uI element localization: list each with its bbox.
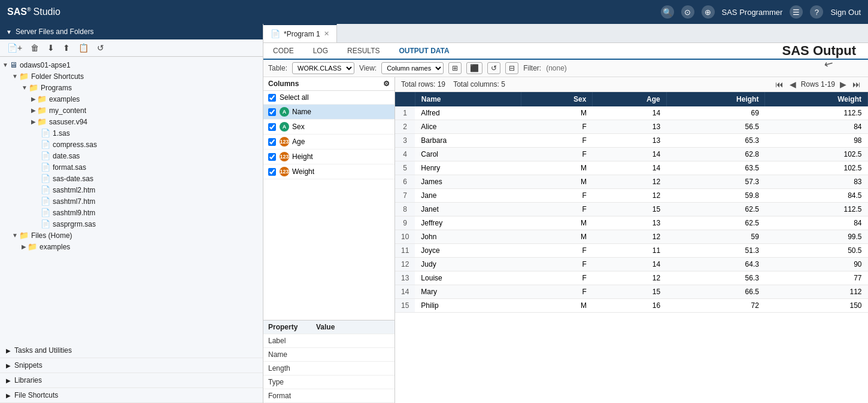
height-cell: 59 xyxy=(666,230,765,244)
tab-code[interactable]: CODE xyxy=(263,43,304,60)
name-cell: James xyxy=(415,175,521,189)
weight-header[interactable]: Weight xyxy=(765,92,868,106)
weight-cell: 84 xyxy=(765,216,868,230)
weight-cell: 50.5 xyxy=(765,244,868,258)
tree-item-compress[interactable]: 📄 compress.sas xyxy=(0,139,263,150)
select-all-checkbox[interactable] xyxy=(268,94,276,102)
signout-link[interactable]: Sign Out xyxy=(830,8,861,17)
height-checkbox[interactable] xyxy=(268,153,276,161)
tree-item-home-examples[interactable]: ▶ 📁 examples xyxy=(0,241,263,252)
col-item-weight[interactable]: 123 Weight xyxy=(263,164,394,179)
name-checkbox[interactable] xyxy=(268,108,276,116)
table-select[interactable]: WORK.CLASS xyxy=(292,62,354,74)
row-number: 6 xyxy=(395,175,415,189)
total-rows: Total rows: 19 xyxy=(401,80,445,88)
user-menu[interactable]: SAS Programmer xyxy=(722,8,783,17)
upload-button[interactable]: ⬆ xyxy=(60,42,72,54)
tree-item-sashtml9[interactable]: 📄 sashtml9.htm xyxy=(0,207,263,218)
file-shortcuts-label: File Shortcuts xyxy=(14,391,58,399)
tree-item-root[interactable]: ▼ 🖥 odaws01-apse1 xyxy=(0,59,263,71)
col-item-height[interactable]: 123 Height xyxy=(263,149,394,164)
sex-cell: F xyxy=(521,134,593,148)
age-checkbox[interactable] xyxy=(268,138,276,146)
sex-header[interactable]: Sex xyxy=(521,92,593,106)
next-page-button[interactable]: ▶ xyxy=(839,80,848,89)
label-value xyxy=(311,334,394,348)
table-row: 4 Carol F 14 62.8 102.5 xyxy=(395,148,868,161)
rows-range: Rows 1-19 xyxy=(801,80,835,88)
tab-close-button[interactable]: ✕ xyxy=(324,30,329,38)
height-cell: 69 xyxy=(666,106,765,120)
columns-settings-icon[interactable]: ⚙ xyxy=(383,80,390,88)
delete-button[interactable]: 🗑 xyxy=(28,42,41,54)
columns-panel: Columns ⚙ Select all A Name xyxy=(263,77,395,403)
search-icon[interactable]: 🔍 xyxy=(661,5,674,19)
sex-checkbox[interactable] xyxy=(268,123,276,131)
col-item-select-all[interactable]: Select all xyxy=(263,91,394,105)
weight-checkbox[interactable] xyxy=(268,168,276,176)
folder-shortcuts-label: Folder Shortcuts xyxy=(31,72,84,81)
download-button[interactable]: ⬇ xyxy=(45,42,57,54)
tab-output-data[interactable]: OUTPUT DATA xyxy=(389,43,459,60)
property-type-row: Type xyxy=(263,375,394,389)
tree-item-date[interactable]: 📄 date.sas xyxy=(0,150,263,161)
tree-item-programs[interactable]: ▼ 📁 Programs xyxy=(0,82,263,93)
name-header[interactable]: Name xyxy=(415,92,521,106)
height-header[interactable]: Height xyxy=(666,92,765,106)
view-label: View: xyxy=(359,64,377,72)
tree-item-files-home[interactable]: ▼ 📁 Files (Home) xyxy=(0,230,263,241)
prev-page-button[interactable]: ◀ xyxy=(788,80,797,89)
program1-tab[interactable]: 📄 *Program 1 ✕ xyxy=(263,24,337,42)
sasdate-file-icon: 📄 xyxy=(41,174,50,183)
tree-item-my-content[interactable]: ▶ 📁 my_content xyxy=(0,105,263,116)
last-page-button[interactable]: ⏭ xyxy=(851,80,862,89)
tree-item-sasuser[interactable]: ▶ 📁 sasuser.v94 xyxy=(0,116,263,127)
tree-item-examples[interactable]: ▶ 📁 examples xyxy=(0,93,263,105)
col-item-sex[interactable]: A Sex xyxy=(263,120,394,135)
export-btn[interactable]: ⬛ xyxy=(466,62,482,74)
first-page-button[interactable]: ⏮ xyxy=(774,80,785,89)
sex-cell: F xyxy=(521,120,593,134)
help-circle-icon[interactable]: ⊙ xyxy=(681,5,694,19)
type-value xyxy=(311,375,394,389)
new-file-button[interactable]: 📄+ xyxy=(5,42,25,54)
section-libraries[interactable]: ▶ Libraries xyxy=(0,373,263,388)
table-row: 13 Louise F 12 56.3 77 xyxy=(395,271,868,285)
name-cell: Philip xyxy=(415,299,521,313)
section-tasks[interactable]: ▶ Tasks and Utilities xyxy=(0,343,263,358)
question-icon[interactable]: ? xyxy=(810,5,823,19)
tab-log[interactable]: LOG xyxy=(304,43,338,60)
columns-list: Select all A Name A Sex xyxy=(263,91,394,320)
tree-item-sasdate[interactable]: 📄 sas-date.sas xyxy=(0,173,263,184)
examples-chevron: ▶ xyxy=(31,96,36,102)
view-icon-btn[interactable]: ⊞ xyxy=(448,62,462,74)
htm-file-icon: 📄 xyxy=(41,185,50,194)
grid-btn[interactable]: ⊟ xyxy=(505,62,518,74)
col-item-name[interactable]: A Name xyxy=(263,105,394,120)
sashtml2-label: sashtml2.htm xyxy=(53,186,95,194)
globe-icon[interactable]: ⊕ xyxy=(702,5,715,19)
refresh-btn[interactable]: ↺ xyxy=(487,62,500,74)
server-files-header[interactable]: ▼ Server Files and Folders xyxy=(0,24,263,39)
name-cell: Carol xyxy=(415,148,521,161)
col-item-age[interactable]: 123 Age xyxy=(263,135,394,149)
tab-results[interactable]: RESULTS xyxy=(338,43,389,60)
tree-item-format[interactable]: 📄 format.sas xyxy=(0,161,263,173)
htm7-file-icon: 📄 xyxy=(41,197,50,206)
properties-button[interactable]: 📋 xyxy=(76,42,91,54)
refresh-button[interactable]: ↺ xyxy=(95,42,107,54)
section-file-shortcuts[interactable]: ▶ File Shortcuts xyxy=(0,388,263,403)
menu-icon[interactable]: ☰ xyxy=(790,5,803,19)
age-header[interactable]: Age xyxy=(593,92,666,106)
tree-item-1sas[interactable]: 📄 1.sas xyxy=(0,127,263,139)
tree-item-sashtml2[interactable]: 📄 sashtml2.htm xyxy=(0,184,263,196)
content-nav: CODE LOG RESULTS OUTPUT DATA SAS Output … xyxy=(263,43,868,60)
home-examples-label: examples xyxy=(40,243,70,251)
view-select[interactable]: Column names xyxy=(381,62,444,74)
section-snippets[interactable]: ▶ Snippets xyxy=(0,358,263,373)
table-row: 7 Jane F 12 59.8 84.5 xyxy=(395,189,868,203)
tree-item-folder-shortcuts[interactable]: ▼ 📁 Folder Shortcuts xyxy=(0,71,263,82)
tree-item-sasprgrm[interactable]: 📄 sasprgrm.sas xyxy=(0,218,263,230)
weight-cell: 102.5 xyxy=(765,161,868,175)
tree-item-sashtml7[interactable]: 📄 sashtml7.htm xyxy=(0,196,263,207)
